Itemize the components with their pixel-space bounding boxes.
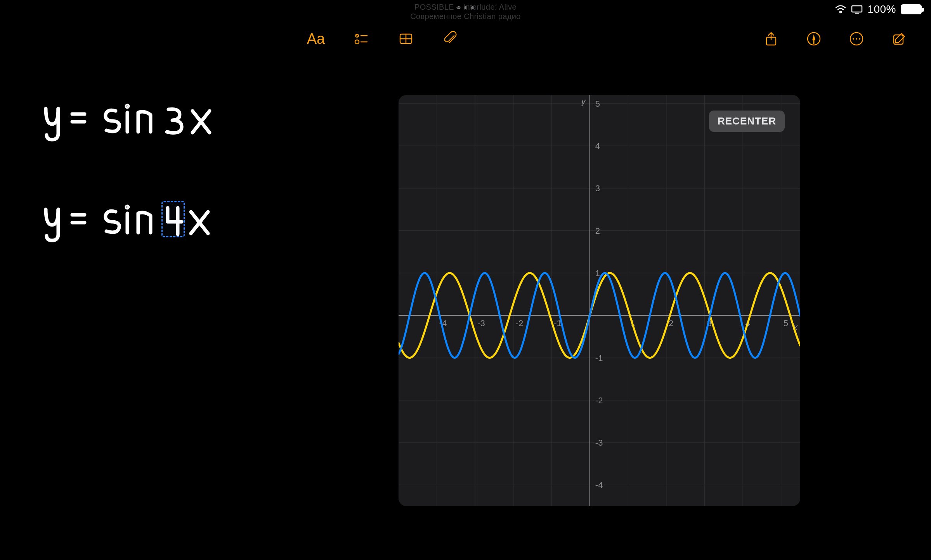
- attach-button[interactable]: [442, 29, 460, 48]
- table-button[interactable]: [397, 29, 415, 48]
- toolbar-left: Aa: [0, 29, 460, 48]
- svg-text:y: y: [581, 97, 586, 106]
- svg-point-3: [355, 40, 359, 44]
- battery-percent: 100%: [867, 3, 896, 16]
- handwriting-eq2: [39, 202, 241, 244]
- battery-icon: [901, 4, 922, 14]
- svg-text:4: 4: [595, 141, 600, 151]
- svg-point-23: [127, 206, 128, 208]
- svg-text:-4: -4: [595, 480, 603, 490]
- text-format-label: Aa: [307, 31, 325, 47]
- background-media-title: POSSIBLE – Interlude: Alive Современное …: [410, 2, 521, 21]
- checklist-button[interactable]: [352, 29, 370, 48]
- compose-button[interactable]: [890, 29, 908, 48]
- svg-point-13: [856, 38, 857, 40]
- chart-canvas[interactable]: -4-3-2-112345-4-3-2-112345xy: [399, 95, 800, 506]
- recenter-button[interactable]: RECENTER: [709, 111, 785, 132]
- background-media-line2: Современное Christian радио: [410, 12, 521, 21]
- text-format-button[interactable]: Aa: [307, 29, 325, 48]
- svg-point-19: [127, 105, 128, 107]
- toolbar: Aa: [0, 24, 931, 54]
- more-button[interactable]: [847, 29, 866, 48]
- status-bar: 100%: [835, 3, 922, 16]
- svg-point-12: [853, 38, 854, 40]
- handwriting-area[interactable]: y = sin 3 x: [39, 101, 279, 302]
- svg-text:-3: -3: [595, 438, 603, 448]
- svg-text:1: 1: [595, 268, 600, 278]
- wifi-icon: [835, 5, 846, 14]
- svg-text:5: 5: [784, 318, 788, 328]
- svg-text:-3: -3: [477, 318, 485, 328]
- svg-text:-1: -1: [595, 353, 603, 363]
- svg-text:-2: -2: [595, 396, 603, 405]
- svg-text:2: 2: [595, 226, 600, 236]
- scratch-selection-box[interactable]: [161, 201, 185, 237]
- svg-rect-0: [852, 6, 862, 12]
- equation-1[interactable]: y = sin 3 x: [39, 101, 279, 143]
- markup-button[interactable]: [804, 29, 823, 48]
- handwriting-eq1: [39, 101, 241, 143]
- graph-panel[interactable]: RECENTER -4-3-2-112345-4-3-2-112345xy: [399, 95, 800, 506]
- svg-text:5: 5: [595, 99, 600, 109]
- svg-text:-2: -2: [516, 318, 524, 328]
- equation-2[interactable]: y = sin 4 x: [39, 202, 279, 244]
- share-button[interactable]: [762, 29, 780, 48]
- multitask-dots[interactable]: [457, 6, 474, 9]
- screen-mirror-icon: [851, 5, 863, 14]
- svg-text:3: 3: [595, 183, 600, 193]
- toolbar-right: [762, 29, 908, 48]
- svg-point-14: [859, 38, 860, 40]
